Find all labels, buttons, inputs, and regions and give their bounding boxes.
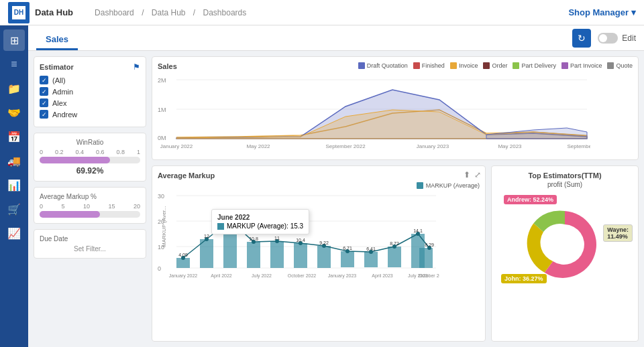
- svg-rect-30: [294, 243, 307, 268]
- sidebar-icon-truck[interactable]: 🚚: [3, 150, 25, 171]
- app-name: Data Hub: [35, 7, 73, 17]
- svg-text:19.8: 19.8: [225, 215, 235, 220]
- sales-legend: Draft Quotation Finished Invoice Order P…: [358, 62, 633, 69]
- win-ratio-title: WinRatio: [40, 139, 140, 146]
- breadcrumb-item-2[interactable]: Data Hub: [152, 8, 186, 17]
- svg-rect-27: [223, 220, 237, 268]
- filter-item-andrew[interactable]: ✓ Andrew: [40, 110, 140, 119]
- donut-label-john: John: 36.27%: [501, 274, 547, 283]
- right-content: Sales Draft Quotation Finished Invoice O…: [152, 56, 639, 342]
- share-icon[interactable]: ⬆: [464, 170, 470, 180]
- svg-rect-36: [419, 248, 433, 268]
- estimator-filter: Estimator ⚑ ✓ (All) ✓ Admin ✓ Alex ✓ A: [34, 56, 146, 127]
- sidebar-icon-report[interactable]: 📊: [3, 174, 25, 196]
- logo-text: DH: [12, 6, 25, 19]
- checkbox-admin[interactable]: ✓: [40, 87, 48, 96]
- filter-item-admin[interactable]: ✓ Admin: [40, 87, 140, 96]
- bottom-row: Average Markup ⬆ ⤢ MARKUP (Average): [152, 165, 639, 342]
- filter-item-all[interactable]: ✓ (All): [40, 76, 140, 84]
- win-ratio-card: WinRatio 00.20.40.60.81 69.92%: [34, 133, 146, 182]
- avg-markup-chart-title: Average Markup: [158, 171, 480, 180]
- win-ratio-scale: 00.20.40.60.81: [40, 149, 140, 155]
- svg-text:2M: 2M: [158, 77, 166, 84]
- markup-legend-label: MARKUP (Average): [426, 182, 480, 189]
- edit-switch[interactable]: [598, 33, 618, 44]
- svg-text:8.72: 8.72: [390, 241, 399, 246]
- svg-rect-31: [317, 246, 331, 268]
- checkbox-all[interactable]: ✓: [40, 76, 48, 84]
- svg-rect-34: [388, 247, 401, 267]
- edit-toggle: Edit: [598, 33, 636, 44]
- sidebar-icon-cart[interactable]: 🛒: [3, 198, 25, 220]
- donut-hole: [546, 226, 584, 263]
- donut-label-wayne: Wayne:11.49%: [603, 224, 633, 242]
- legend-draft: Draft Quotation: [358, 62, 408, 69]
- svg-text:6.41: 6.41: [366, 247, 376, 251]
- filter-label-andrew: Andrew: [52, 111, 77, 119]
- main-content: Sales ↻ Edit Estimator ⚑ ✓ (Al: [28, 25, 644, 347]
- legend-partdelivery: Part Delivery: [513, 62, 556, 69]
- top-nav: DH Data Hub Dashboard / Data Hub / Dashb…: [0, 0, 644, 25]
- breadcrumb-item-1[interactable]: Dashboard: [95, 8, 134, 17]
- top-estimators-card: Top Estimators(TTM) profit (Sum): [491, 165, 639, 342]
- svg-text:8.29: 8.29: [425, 242, 434, 247]
- top-estimators-title: Top Estimators(TTM): [497, 171, 633, 180]
- user-menu[interactable]: Shop Manager ▾: [568, 7, 636, 17]
- checkbox-alex[interactable]: ✓: [40, 98, 48, 107]
- svg-text:July 2022: July 2022: [252, 273, 272, 279]
- sales-card: Sales Draft Quotation Finished Invoice O…: [152, 56, 639, 160]
- expand-icon[interactable]: ⤢: [474, 170, 481, 180]
- edit-label: Edit: [622, 33, 636, 43]
- tab-sales[interactable]: Sales: [36, 29, 78, 50]
- avg-markup-bar: [40, 211, 140, 218]
- svg-text:0: 0: [158, 265, 161, 272]
- sidebar: ⊞ ≡ 📁 🤝 📅 🚚 📊 🛒 📈: [0, 25, 28, 347]
- svg-text:11: 11: [274, 236, 280, 240]
- left-panel: Estimator ⚑ ✓ (All) ✓ Admin ✓ Alex ✓ A: [34, 56, 146, 342]
- filter-label-admin: Admin: [52, 88, 73, 96]
- nav-left: DH Data Hub Dashboard / Data Hub / Dashb…: [8, 2, 249, 23]
- due-date-title: Due Date: [40, 235, 140, 242]
- markup-legend-dot: [417, 182, 423, 189]
- svg-rect-29: [270, 241, 284, 268]
- breadcrumb-item-3[interactable]: Dashboards: [203, 8, 247, 17]
- avg-markup-fill: [40, 211, 100, 218]
- avg-markup-card: Average Markup % 05101520: [34, 187, 146, 224]
- filter-icon[interactable]: ⚑: [133, 62, 140, 72]
- legend-partinvoice: Part Invoice: [561, 62, 602, 69]
- user-name: Shop Manager: [568, 7, 629, 17]
- svg-text:12: 12: [204, 234, 209, 238]
- svg-text:6.71: 6.71: [343, 246, 352, 251]
- svg-rect-33: [364, 252, 378, 267]
- filter-label-alex: Alex: [52, 99, 66, 107]
- filter-title: Estimator: [40, 63, 74, 71]
- avg-markup-chart-card: Average Markup ⬆ ⤢ MARKUP (Average): [152, 165, 486, 342]
- svg-text:9.22: 9.22: [319, 240, 329, 245]
- sidebar-icon-chart[interactable]: 📈: [3, 222, 25, 244]
- content-area: Estimator ⚑ ✓ (All) ✓ Admin ✓ Alex ✓ A: [28, 51, 644, 347]
- sidebar-icon-home[interactable]: ⊞: [3, 29, 25, 51]
- sidebar-icon-calendar[interactable]: 📅: [3, 126, 25, 147]
- sidebar-icon-handshake[interactable]: 🤝: [3, 102, 25, 123]
- breadcrumb: Dashboard / Data Hub / Dashboards: [92, 8, 249, 17]
- top-estimators-subtitle: profit (Sum): [497, 181, 633, 188]
- filter-label-all: (All): [52, 76, 66, 84]
- markup-svg: 30 20 10 0 MARKUP (Aver...: [158, 190, 439, 284]
- checkbox-andrew[interactable]: ✓: [40, 110, 48, 119]
- sidebar-icon-list[interactable]: ≡: [3, 54, 25, 75]
- sidebar-icon-folder[interactable]: 📁: [3, 78, 25, 99]
- filter-item-alex[interactable]: ✓ Alex: [40, 98, 140, 107]
- svg-text:1M: 1M: [158, 107, 166, 113]
- svg-text:14.1: 14.1: [413, 228, 423, 233]
- refresh-button[interactable]: ↻: [572, 29, 591, 48]
- win-ratio-value: 69.92%: [40, 166, 140, 176]
- win-ratio-bar: [40, 157, 140, 163]
- svg-text:0M: 0M: [158, 135, 166, 141]
- app-logo: DH: [8, 2, 30, 23]
- svg-rect-32: [341, 251, 354, 267]
- sales-header: Sales Draft Quotation Finished Invoice O…: [158, 62, 633, 70]
- set-filter-link[interactable]: Set Filter...: [40, 245, 140, 253]
- donut-label-andrew: Andrew: 52.24%: [504, 195, 557, 204]
- legend-invoice: Invoice: [450, 62, 478, 69]
- svg-text:September 2023: September 2023: [567, 143, 590, 149]
